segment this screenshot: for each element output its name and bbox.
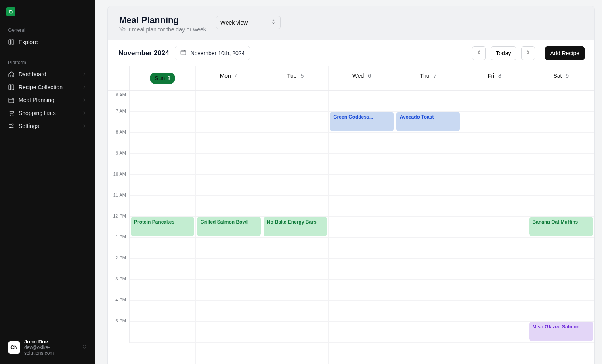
day-header: Sat 9 [528, 66, 594, 90]
chevron-right-icon [82, 97, 87, 103]
chevron-up-down-icon [271, 19, 276, 26]
day-header: Fri 8 [461, 66, 528, 90]
hour-label: 8 AM [116, 130, 126, 134]
sidebar: GeneralExplorePlatformDashboardRecipe Co… [0, 0, 95, 364]
calendar-event[interactable]: Miso Glazed Salmon [529, 322, 593, 341]
view-select[interactable]: Week view [216, 16, 281, 29]
calendar-event[interactable]: Protein Pancakes [131, 217, 194, 236]
svg-point-3 [10, 115, 11, 115]
day-column[interactable]: No-Bake Energy Bars [262, 91, 329, 364]
toolbar-separator [539, 48, 539, 59]
nav-item-label: Shopping Lists [19, 110, 56, 116]
chevron-right-icon [525, 49, 531, 57]
hour-label: 6 AM [116, 92, 126, 97]
chevron-right-icon [82, 84, 87, 90]
nav-item-label: Recipe Collection [19, 84, 63, 90]
hour-label: 10 AM [113, 172, 126, 176]
day-column[interactable]: Green Goddess... [329, 91, 395, 364]
hour-label: 11 AM [113, 192, 126, 197]
date-picker[interactable]: November 10th, 2024 [175, 46, 250, 60]
prev-week-button[interactable] [472, 46, 486, 60]
page-card: Meal Planning Your meal plan for the day… [107, 6, 595, 364]
nav-explore[interactable]: Explore [5, 36, 90, 48]
svg-point-5 [12, 124, 13, 125]
hour-label: 9 AM [116, 151, 126, 155]
day-header: Tue 5 [262, 66, 329, 90]
page-header: Meal Planning Your meal plan for the day… [108, 6, 594, 40]
main-area: Meal Planning Your meal plan for the day… [95, 0, 602, 364]
add-recipe-button[interactable]: Add Recipe [545, 46, 585, 60]
time-gutter: 6 AM7 AM8 AM9 AM10 AM11 AM12 PM1 PM2 PM3… [108, 91, 130, 364]
svg-rect-7 [181, 50, 186, 55]
day-column[interactable]: Grilled Salmon Bowl [196, 91, 262, 364]
calendar-card: November 2024 November 10th, 2024 Today [108, 40, 594, 364]
nav-section-label: Platform [8, 60, 87, 65]
calendar-day-header: Sun 3Mon 4Tue 5Wed 6Thu 7Fri 8Sat 9 [108, 66, 594, 91]
user-menu[interactable]: CN John Doe dev@okike-solutions.com [5, 335, 90, 359]
day-column[interactable]: Banana Oat MuffinsMiso Glazed Salmon [528, 91, 594, 364]
month-label: November 2024 [118, 49, 169, 57]
nav-section-label: General [8, 27, 87, 33]
calendar-toolbar: November 2024 November 10th, 2024 Today [108, 40, 594, 66]
nav-meal-planning[interactable]: Meal Planning [5, 94, 90, 107]
hour-label: 4 PM [115, 297, 126, 302]
app-logo[interactable] [6, 7, 15, 16]
week-calendar: Sun 3Mon 4Tue 5Wed 6Thu 7Fri 8Sat 9 6 AM… [108, 66, 594, 364]
today-button[interactable]: Today [491, 46, 516, 60]
hour-label: 12 PM [113, 213, 126, 218]
home-icon [8, 71, 15, 77]
calendar-event[interactable]: No-Bake Energy Bars [264, 217, 327, 236]
nav-settings[interactable]: Settings [5, 119, 90, 132]
nav-shopping[interactable]: Shopping Lists [5, 107, 90, 119]
chevron-left-icon [476, 49, 482, 57]
page-subtitle: Your meal plan for the day or week. [119, 26, 208, 33]
hour-label: 5 PM [115, 318, 126, 323]
day-header: Sun 3 [130, 66, 196, 90]
book-icon [8, 84, 15, 90]
day-header: Wed 6 [329, 66, 395, 90]
page-title: Meal Planning [119, 15, 208, 25]
svg-point-4 [13, 115, 13, 115]
user-email: dev@okike-solutions.com [24, 345, 78, 356]
view-select-value: Week view [220, 19, 248, 26]
today-pill: Sun 3 [150, 73, 175, 84]
calendar-event[interactable]: Avocado Toast [396, 112, 460, 131]
nav-item-label: Meal Planning [19, 97, 55, 103]
cart-icon [8, 110, 15, 116]
day-column[interactable]: Protein Pancakes [130, 91, 196, 364]
chevron-up-down-icon [82, 344, 87, 351]
calendar-event[interactable]: Grilled Salmon Bowl [197, 217, 260, 236]
sliders-icon [8, 123, 15, 129]
hour-label: 3 PM [115, 276, 126, 281]
user-name: John Doe [24, 339, 78, 345]
nav-recipes[interactable]: Recipe Collection [5, 81, 90, 94]
book-icon [8, 39, 15, 45]
calendar-event[interactable]: Green Goddess... [330, 112, 393, 131]
chevron-right-icon [82, 71, 87, 77]
nav-dashboard[interactable]: Dashboard [5, 68, 90, 81]
calendar-icon [8, 97, 15, 103]
hour-label: 7 AM [116, 109, 126, 113]
next-week-button[interactable] [521, 46, 535, 60]
svg-rect-2 [9, 98, 14, 103]
svg-rect-1 [10, 11, 13, 13]
avatar: CN [8, 341, 20, 354]
calendar-icon [180, 49, 187, 57]
hour-label: 2 PM [115, 255, 126, 260]
day-column[interactable] [461, 91, 528, 364]
calendar-event[interactable]: Banana Oat Muffins [529, 217, 593, 236]
date-picker-value: November 10th, 2024 [191, 50, 245, 56]
day-header: Mon 4 [196, 66, 262, 90]
hour-label: 1 PM [115, 234, 126, 239]
nav-item-label: Explore [19, 39, 38, 45]
calendar-grid[interactable]: 6 AM7 AM8 AM9 AM10 AM11 AM12 PM1 PM2 PM3… [108, 91, 594, 364]
svg-point-6 [10, 127, 11, 128]
nav-item-label: Settings [19, 123, 39, 129]
day-column[interactable]: Avocado Toast [395, 91, 461, 364]
nav-item-label: Dashboard [19, 71, 46, 77]
day-header: Thu 7 [395, 66, 461, 90]
chevron-right-icon [82, 123, 87, 129]
chevron-right-icon [82, 110, 87, 116]
